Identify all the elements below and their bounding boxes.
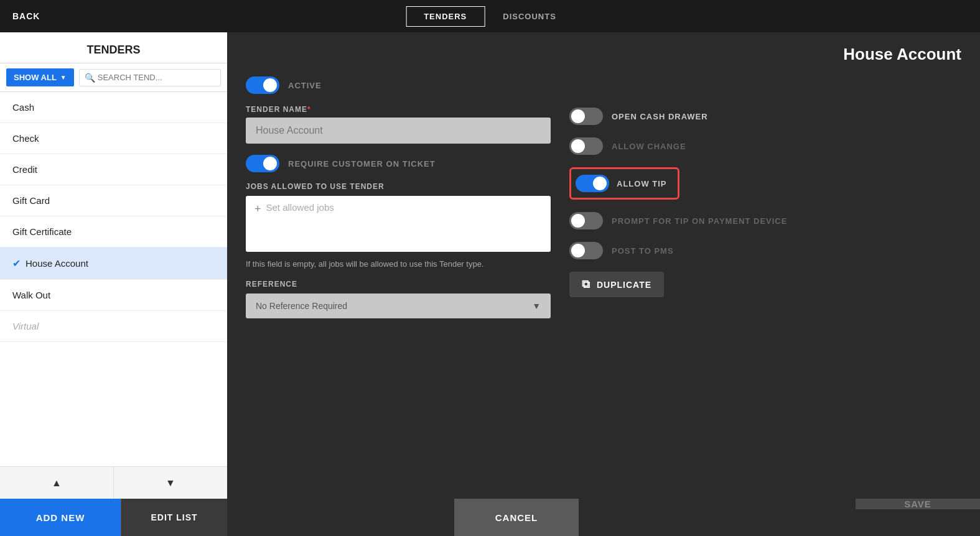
open-cash-drawer-label: OPEN CASH DRAWER xyxy=(612,112,708,121)
sidebar-item-walk-out[interactable]: Walk Out xyxy=(0,280,227,311)
allow-change-row: ALLOW CHANGE xyxy=(569,137,961,155)
open-cash-drawer-toggle[interactable] xyxy=(569,108,603,125)
sidebar-item-gift-certificate[interactable]: Gift Certificate xyxy=(0,216,227,247)
panel-title: House Account xyxy=(246,45,961,64)
allow-tip-inner: ALLOW TIP xyxy=(573,171,676,196)
search-icon: 🔍 xyxy=(85,73,95,83)
reference-label: REFERENCE xyxy=(246,280,551,289)
require-customer-label: REQUIRE CUSTOMER ON TICKET xyxy=(288,159,436,169)
tender-name-section: TENDER NAME* xyxy=(246,105,551,144)
tab-discounts[interactable]: DISCOUNTS xyxy=(485,6,574,27)
check-icon: ✔ xyxy=(12,257,21,269)
reference-section: REFERENCE No Reference Required ▼ xyxy=(246,280,551,318)
cancel-button[interactable]: CANCEL xyxy=(454,499,579,536)
tab-tenders[interactable]: TENDERS xyxy=(406,6,485,27)
duplicate-label: DUPLICATE xyxy=(597,280,651,290)
prompt-tip-label: PROMPT FOR TIP ON PAYMENT DEVICE xyxy=(612,216,787,226)
sidebar-item-house-account[interactable]: ✔ House Account xyxy=(0,247,227,280)
sidebar: TENDERS SHOW ALL ▼ 🔍 Cash Check Credit G… xyxy=(0,32,227,499)
sidebar-item-virtual[interactable]: Virtual xyxy=(0,311,227,342)
sidebar-item-check[interactable]: Check xyxy=(0,123,227,154)
allow-tip-highlight: ALLOW TIP xyxy=(569,167,679,200)
show-all-button[interactable]: SHOW ALL ▼ xyxy=(6,68,74,86)
bottom-bar: ADD NEW EDIT LIST CANCEL SAVE xyxy=(0,499,980,536)
prompt-tip-toggle[interactable] xyxy=(569,212,603,229)
sidebar-item-credit[interactable]: Credit xyxy=(0,154,227,185)
allow-tip-toggle[interactable] xyxy=(576,175,609,192)
add-job-icon: + xyxy=(254,203,261,216)
allow-tip-knob xyxy=(593,177,607,190)
allow-tip-row: ALLOW TIP xyxy=(569,167,961,200)
sidebar-controls: SHOW ALL ▼ 🔍 xyxy=(0,63,227,92)
allow-change-knob xyxy=(571,139,585,153)
duplicate-button[interactable]: ⧉ DUPLICATE xyxy=(569,272,664,297)
search-input[interactable] xyxy=(98,73,215,82)
active-row: ACTIVE xyxy=(246,76,961,94)
save-button[interactable]: SAVE xyxy=(856,499,980,509)
jobs-section: JOBS ALLOWED TO USE TENDER + Set allowed… xyxy=(246,182,551,252)
open-cash-drawer-knob xyxy=(571,109,585,123)
tender-name-input[interactable] xyxy=(246,118,551,144)
jobs-box[interactable]: + Set allowed jobs xyxy=(246,196,551,252)
post-to-pms-row: POST TO PMS xyxy=(569,242,961,259)
content-row: TENDER NAME* REQUIRE CUSTOMER ON TICKET … xyxy=(246,105,961,328)
allow-change-label: ALLOW CHANGE xyxy=(612,142,686,151)
reference-select[interactable]: No Reference Required ▼ xyxy=(246,293,551,318)
allow-tip-label: ALLOW TIP xyxy=(617,179,667,188)
sidebar-item-cash[interactable]: Cash xyxy=(0,92,227,123)
chevron-down-icon: ▼ xyxy=(532,301,541,311)
required-star: * xyxy=(307,105,311,114)
require-customer-toggle[interactable] xyxy=(246,155,279,172)
move-up-button[interactable]: ▲ xyxy=(0,467,114,499)
jobs-hint: If this field is empty, all jobs will be… xyxy=(246,259,551,269)
top-bar: BACK TENDERS DISCOUNTS xyxy=(0,0,980,32)
edit-list-button[interactable]: EDIT LIST xyxy=(121,499,227,536)
prompt-tip-knob xyxy=(571,214,585,228)
chevron-down-icon: ▼ xyxy=(60,74,67,81)
move-down-button[interactable]: ▼ xyxy=(114,467,227,499)
add-new-button[interactable]: ADD NEW xyxy=(0,499,121,536)
right-col: OPEN CASH DRAWER ALLOW CHANGE xyxy=(569,105,961,297)
require-customer-knob xyxy=(263,157,277,170)
right-panel: House Account ACTIVE TENDER NAME* xyxy=(227,32,980,499)
prompt-tip-row: PROMPT FOR TIP ON PAYMENT DEVICE xyxy=(569,212,961,229)
jobs-placeholder: Set allowed jobs xyxy=(266,202,334,213)
require-customer-row: REQUIRE CUSTOMER ON TICKET xyxy=(246,155,551,172)
sidebar-bottom-arrows: ▲ ▼ xyxy=(0,466,227,499)
search-box: 🔍 xyxy=(79,69,221,86)
post-to-pms-toggle[interactable] xyxy=(569,242,603,259)
active-label: ACTIVE xyxy=(288,81,322,90)
open-cash-drawer-row: OPEN CASH DRAWER xyxy=(569,108,961,125)
jobs-label: JOBS ALLOWED TO USE TENDER xyxy=(246,182,551,191)
back-button[interactable]: BACK xyxy=(12,11,40,21)
duplicate-icon: ⧉ xyxy=(582,278,590,291)
sidebar-list: Cash Check Credit Gift Card Gift Certifi… xyxy=(0,92,227,466)
tender-name-label: TENDER NAME* xyxy=(246,105,551,114)
main-layout: TENDERS SHOW ALL ▼ 🔍 Cash Check Credit G… xyxy=(0,32,980,499)
top-tabs: TENDERS DISCOUNTS xyxy=(406,6,574,27)
allow-change-toggle[interactable] xyxy=(569,137,603,155)
post-to-pms-label: POST TO PMS xyxy=(612,246,674,256)
left-col: TENDER NAME* REQUIRE CUSTOMER ON TICKET … xyxy=(246,105,551,328)
sidebar-title: TENDERS xyxy=(0,32,227,63)
post-to-pms-knob xyxy=(571,244,585,257)
active-toggle[interactable] xyxy=(246,76,279,94)
active-toggle-knob xyxy=(263,78,277,92)
sidebar-item-gift-card[interactable]: Gift Card xyxy=(0,185,227,216)
reference-value: No Reference Required xyxy=(256,301,347,311)
